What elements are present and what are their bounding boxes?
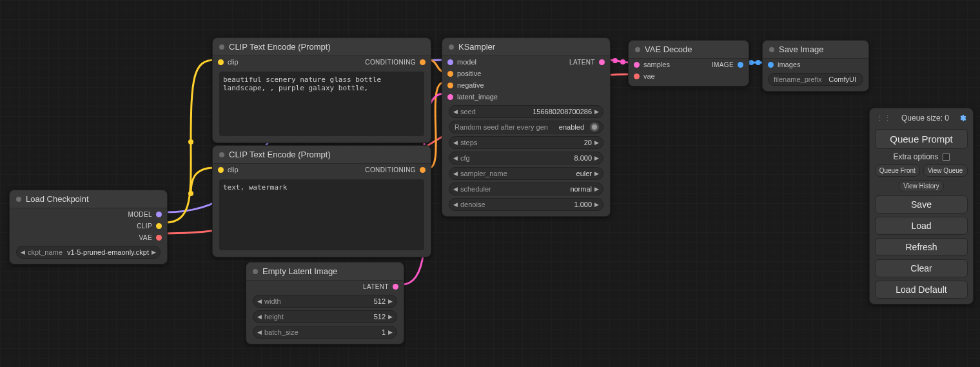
svg-point-3 — [620, 59, 625, 64]
load-button[interactable]: Load — [875, 217, 968, 235]
arrow-left-icon: ◀ — [21, 249, 25, 255]
node-load-checkpoint[interactable]: Load Checkpoint MODEL CLIP VAE ◀ ckpt_na… — [9, 190, 168, 264]
node-dot-icon — [253, 269, 258, 274]
port-positive-in[interactable] — [447, 71, 453, 77]
clear-button[interactable]: Clear — [875, 259, 968, 277]
svg-point-4 — [749, 60, 754, 65]
widget-seed[interactable]: ◀seed156680208700286▶ — [449, 105, 603, 118]
widget-scheduler[interactable]: ◀schedulernormal▶ — [449, 183, 603, 195]
arrow-right-icon: ▶ — [152, 249, 156, 255]
out-model-label: MODEL — [128, 211, 152, 218]
load-default-button[interactable]: Load Default — [875, 281, 968, 299]
node-dot-icon — [449, 45, 454, 50]
save-button[interactable]: Save — [875, 195, 968, 213]
node-ksampler[interactable]: KSampler model LATENT positive negative … — [442, 37, 611, 217]
widget-batch-size[interactable]: ◀batch_size1▶ — [253, 326, 397, 339]
svg-point-5 — [756, 60, 761, 65]
node-title: Load Checkpoint — [26, 194, 89, 204]
widget-filename-prefix[interactable]: filename_prefixComfyUI — [768, 73, 863, 86]
widget-random-seed[interactable]: Random seed after every genenabled — [449, 121, 603, 134]
svg-point-1 — [188, 191, 193, 196]
svg-point-0 — [188, 139, 193, 144]
node-vae-decode[interactable]: VAE Decode samples IMAGE vae — [628, 40, 749, 86]
port-clip-in[interactable] — [218, 167, 224, 173]
node-title: CLIP Text Encode (Prompt) — [229, 42, 331, 52]
control-panel[interactable]: ⋮⋮ Queue size: 0 Queue Prompt Extra opti… — [869, 108, 974, 304]
node-clip-text-encode-positive[interactable]: CLIP Text Encode (Prompt) clip CONDITION… — [212, 37, 431, 143]
queue-front-button[interactable]: Queue Front — [875, 164, 920, 177]
out-cond-label: CONDITIONING — [365, 59, 416, 66]
node-title: CLIP Text Encode (Prompt) — [229, 150, 331, 159]
node-header[interactable]: CLIP Text Encode (Prompt) — [213, 146, 431, 164]
port-clip-in[interactable] — [218, 59, 224, 65]
port-latent-out[interactable] — [393, 284, 398, 290]
node-header[interactable]: KSampler — [442, 38, 610, 56]
out-clip-label: CLIP — [137, 223, 152, 230]
node-header[interactable]: CLIP Text Encode (Prompt) — [213, 38, 431, 56]
port-clip[interactable] — [156, 223, 162, 229]
view-queue-button[interactable]: View Queue — [923, 164, 968, 177]
drag-handle-icon[interactable]: ⋮⋮ — [876, 114, 892, 123]
node-header[interactable]: VAE Decode — [629, 41, 749, 59]
prompt-textarea[interactable]: beautiful scenery nature glass bottle la… — [219, 72, 424, 136]
port-cond-out[interactable] — [420, 59, 426, 65]
node-title: VAE Decode — [645, 45, 692, 54]
port-image-out[interactable] — [738, 62, 743, 68]
widget-steps[interactable]: ◀steps20▶ — [449, 136, 603, 149]
node-header[interactable]: Save Image — [763, 41, 868, 59]
widget-height[interactable]: ◀height512▶ — [253, 310, 397, 323]
port-vae[interactable] — [156, 235, 162, 241]
widget-ckpt-name[interactable]: ◀ ckpt_name v1-5-pruned-emaonly.ckpt ▶ — [16, 246, 161, 259]
out-vae-label: VAE — [139, 234, 152, 241]
node-clip-text-encode-negative[interactable]: CLIP Text Encode (Prompt) clip CONDITION… — [212, 145, 431, 257]
node-title: KSampler — [458, 42, 495, 52]
queue-size-label: Queue size: 0 — [901, 114, 949, 123]
widget-cfg[interactable]: ◀cfg8.000▶ — [449, 152, 603, 164]
port-model-in[interactable] — [447, 59, 453, 65]
node-title: Empty Latent Image — [262, 266, 337, 276]
in-clip-label: clip — [228, 58, 239, 66]
node-dot-icon — [635, 47, 640, 52]
node-dot-icon — [219, 45, 224, 50]
node-dot-icon — [219, 152, 224, 157]
toggle-icon — [590, 123, 599, 132]
node-header[interactable]: Empty Latent Image — [246, 263, 404, 281]
node-dot-icon — [16, 197, 21, 202]
checkbox-icon[interactable] — [943, 154, 950, 161]
node-dot-icon — [769, 47, 774, 52]
widget-width[interactable]: ◀width512▶ — [253, 295, 397, 308]
port-images-in[interactable] — [768, 62, 774, 68]
node-title: Save Image — [779, 45, 823, 54]
port-vae-in[interactable] — [634, 74, 640, 79]
widget-sampler-name[interactable]: ◀sampler_nameeuler▶ — [449, 167, 603, 180]
port-cond-out[interactable] — [420, 167, 426, 173]
port-latent-in[interactable] — [447, 94, 453, 100]
node-empty-latent-image[interactable]: Empty Latent Image LATENT ◀width512▶ ◀he… — [246, 262, 404, 344]
view-history-button[interactable]: View History — [899, 180, 944, 192]
port-samples-in[interactable] — [634, 62, 640, 68]
extra-options-row[interactable]: Extra options — [875, 152, 968, 161]
queue-prompt-button[interactable]: Queue Prompt — [875, 129, 968, 149]
out-latent-label: LATENT — [363, 283, 389, 290]
prompt-textarea[interactable]: text, watermark — [219, 179, 424, 250]
port-negative-in[interactable] — [447, 83, 453, 88]
widget-denoise[interactable]: ◀denoise1.000▶ — [449, 198, 603, 211]
node-header[interactable]: Load Checkpoint — [10, 190, 167, 208]
refresh-button[interactable]: Refresh — [875, 238, 968, 256]
in-clip-label: clip — [228, 166, 239, 174]
node-save-image[interactable]: Save Image images filename_prefixComfyUI — [762, 40, 869, 92]
port-model[interactable] — [156, 212, 162, 217]
out-cond-label: CONDITIONING — [365, 166, 416, 174]
svg-point-2 — [612, 58, 618, 63]
port-latent-out[interactable] — [599, 59, 605, 65]
gear-icon[interactable] — [959, 114, 966, 122]
